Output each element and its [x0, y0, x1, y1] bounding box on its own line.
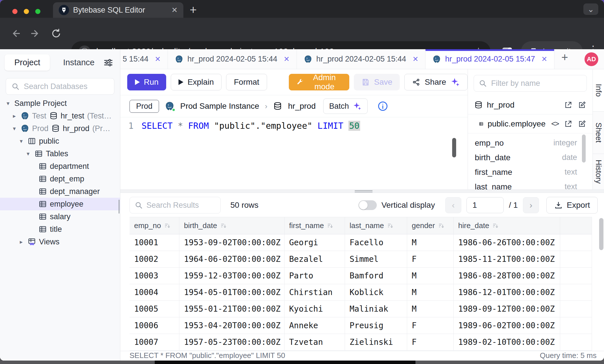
tab-info[interactable]: Info: [593, 69, 604, 112]
caret-down-icon[interactable]: ▾: [11, 125, 18, 132]
cell[interactable]: F: [407, 251, 454, 268]
edit-icon[interactable]: [578, 101, 586, 109]
cell[interactable]: 1964-06-02T00:00:00Z: [179, 251, 285, 268]
cell[interactable]: Chirstian: [285, 284, 345, 301]
tree-item-instance-prod[interactable]: ▾ Prod hr_prod (Pr…: [0, 122, 120, 135]
external-link-icon[interactable]: [564, 120, 572, 128]
tree-item-table-dept-manager[interactable]: dept_manager: [0, 185, 120, 198]
editor-scrollbar-thumb[interactable]: [452, 138, 456, 157]
tree-item-table-salary[interactable]: salary: [0, 210, 120, 223]
edit-icon[interactable]: [578, 120, 586, 128]
cell[interactable]: 1989-09-12T00:00:00Z: [454, 301, 560, 317]
tree-item-views-group[interactable]: ▸ Views: [0, 236, 120, 248]
close-icon[interactable]: ✕: [413, 55, 419, 63]
cell[interactable]: 1989-02-10T00:00:00Z: [454, 334, 560, 351]
tree-item-table-dept-emp[interactable]: dept_emp: [0, 173, 120, 185]
explain-button[interactable]: Explain: [171, 74, 221, 90]
browser-tab-close-icon[interactable]: ✕: [171, 6, 178, 15]
cell[interactable]: Bezalel: [285, 251, 345, 268]
cell[interactable]: 1989-06-02T00:00:00Z: [454, 317, 560, 334]
schema-table-row[interactable]: public.employee <>: [468, 114, 593, 133]
cell[interactable]: 1954-05-01T00:00:00Z: [179, 284, 285, 301]
sheet-tab-3-active[interactable]: hr_prod 2024-02-05 15:47 ✕: [425, 49, 554, 69]
cell[interactable]: Facello: [345, 234, 407, 251]
cell[interactable]: M: [407, 234, 454, 251]
window-close-button[interactable]: [12, 9, 17, 14]
tree-item-schema-public[interactable]: ▾ public: [0, 135, 120, 147]
cell[interactable]: Bamford: [345, 268, 407, 284]
prev-page-button[interactable]: ‹: [445, 197, 461, 213]
cell[interactable]: 10007: [130, 334, 179, 351]
code-icon[interactable]: <>: [551, 119, 559, 128]
drag-handle-icon[interactable]: [355, 190, 372, 193]
tree-item-table-employee-selected[interactable]: employee: [0, 198, 120, 210]
tree-item-project[interactable]: ▾ Sample Project: [0, 97, 120, 110]
cell[interactable]: Simmel: [345, 251, 407, 268]
reload-icon[interactable]: [51, 28, 61, 39]
format-button[interactable]: Format: [226, 74, 267, 90]
save-button[interactable]: Save: [354, 74, 400, 90]
cell[interactable]: Kyoichi: [285, 301, 345, 317]
tree-item-table-department[interactable]: department: [0, 160, 120, 173]
page-number-input[interactable]: [466, 197, 504, 213]
cell[interactable]: 1986-06-26T00:00:00Z: [454, 234, 560, 251]
cell[interactable]: 10006: [130, 317, 179, 334]
caret-down-icon[interactable]: ▾: [5, 100, 11, 107]
caret-right-icon[interactable]: ▸: [18, 238, 25, 245]
cell[interactable]: Parto: [285, 268, 345, 284]
column-header-gender[interactable]: gender: [407, 217, 454, 234]
cell[interactable]: Koblick: [345, 284, 407, 301]
external-link-icon[interactable]: [564, 101, 572, 109]
close-icon[interactable]: ✕: [284, 55, 290, 63]
add-sheet-icon[interactable]: +: [561, 51, 568, 69]
column-header-emp-no[interactable]: emp_no: [130, 217, 179, 234]
export-button[interactable]: Export: [546, 197, 598, 213]
close-icon[interactable]: ✕: [541, 55, 547, 63]
new-tab-button[interactable]: +: [190, 4, 197, 16]
cell[interactable]: 1953-09-02T00:00:00Z: [179, 234, 285, 251]
cell[interactable]: 1985-11-21T00:00:00Z: [454, 251, 560, 268]
batch-button[interactable]: Batch: [323, 98, 368, 114]
filter-sliders-icon[interactable]: [103, 57, 114, 68]
cell[interactable]: Georgi: [285, 234, 345, 251]
cell[interactable]: 10002: [130, 251, 179, 268]
instance-name[interactable]: Prod Sample Instance: [180, 102, 259, 111]
tree-item-table-title[interactable]: title: [0, 223, 120, 236]
cell[interactable]: 1953-04-20T00:00:00Z: [179, 317, 285, 334]
tab-project[interactable]: Project: [5, 54, 50, 71]
cell[interactable]: 10001: [130, 234, 179, 251]
tab-history[interactable]: History: [593, 154, 604, 189]
caret-right-icon[interactable]: ▸: [11, 112, 18, 119]
sheet-tab-0[interactable]: 5 15:44 ✕: [120, 49, 168, 69]
cell[interactable]: 1986-12-01T00:00:00Z: [454, 284, 560, 301]
cell[interactable]: 10005: [130, 301, 179, 317]
back-icon[interactable]: [10, 28, 21, 39]
forward-icon[interactable]: [30, 28, 41, 39]
results-scrollbar-thumb[interactable]: [599, 218, 603, 250]
filter-by-name-input[interactable]: Filter by name: [474, 75, 587, 92]
share-button[interactable]: Share: [404, 74, 468, 90]
results-resize-divider[interactable]: [120, 189, 604, 193]
window-minimize-button[interactable]: [24, 9, 29, 14]
cell[interactable]: M: [407, 268, 454, 284]
cell[interactable]: Tzvetan: [285, 334, 345, 351]
column-header-birth-date[interactable]: birth_date: [179, 217, 285, 234]
browser-tab[interactable]: Bytebase SQL Editor ✕: [53, 2, 183, 18]
cell[interactable]: M: [407, 284, 454, 301]
cell[interactable]: 10003: [130, 268, 179, 284]
cell[interactable]: Maliniak: [345, 301, 407, 317]
cell[interactable]: F: [407, 334, 454, 351]
close-icon[interactable]: ✕: [155, 55, 161, 63]
vertical-display-toggle[interactable]: [358, 200, 377, 210]
tree-item-instance-test[interactable]: ▸ Test hr_test (Test…: [0, 110, 120, 122]
cell[interactable]: M: [407, 301, 454, 317]
database-name[interactable]: hr_prod: [288, 102, 316, 111]
caret-down-icon[interactable]: ▾: [25, 150, 32, 157]
sheet-tab-2[interactable]: hr_prod 2024-02-05 15:44 ✕: [297, 49, 426, 69]
next-page-button[interactable]: ›: [523, 197, 539, 213]
run-button[interactable]: Run: [127, 74, 166, 90]
search-databases-input[interactable]: Search Databases: [6, 78, 114, 95]
column-header-last-name[interactable]: last_name: [345, 217, 407, 234]
cell[interactable]: 10004: [130, 284, 179, 301]
tab-instance[interactable]: Instance: [63, 58, 95, 67]
